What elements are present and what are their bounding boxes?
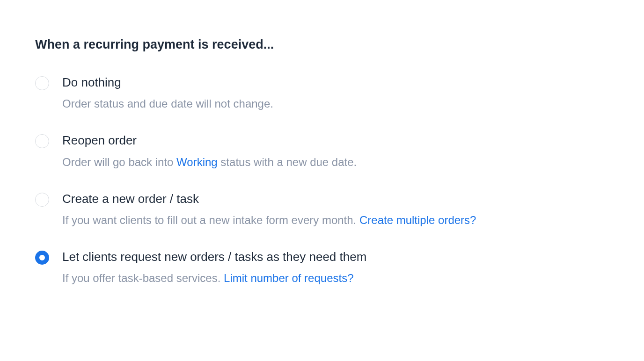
radio-icon[interactable]: [35, 193, 49, 207]
desc-text: status with a new due date.: [218, 156, 357, 168]
option-title: Let clients request new orders / tasks a…: [62, 250, 366, 264]
option-description: If you offer task-based services. Limit …: [62, 271, 366, 285]
radio-option-group: Do nothing Order status and due date wil…: [35, 75, 609, 286]
inline-link[interactable]: Working: [176, 156, 218, 168]
option-content: Do nothing Order status and due date wil…: [62, 75, 273, 111]
option-content: Let clients request new orders / tasks a…: [62, 250, 366, 285]
option-title: Reopen order: [62, 133, 357, 148]
option-content: Reopen order Order will go back into Wor…: [62, 133, 357, 169]
option-client-request-orders[interactable]: Let clients request new orders / tasks a…: [35, 250, 609, 285]
desc-text: Order status and due date will not chang…: [62, 97, 273, 110]
option-title: Create a new order / task: [62, 192, 476, 206]
option-description: Order status and due date will not chang…: [62, 96, 273, 111]
section-heading: When a recurring payment is received...: [35, 37, 609, 52]
trailing-link[interactable]: Limit number of requests?: [224, 272, 353, 284]
radio-icon[interactable]: [35, 76, 49, 90]
radio-icon[interactable]: [35, 134, 49, 148]
option-description: If you want clients to fill out a new in…: [62, 213, 476, 227]
trailing-link[interactable]: Create multiple orders?: [359, 214, 476, 226]
radio-icon[interactable]: [35, 251, 49, 265]
option-do-nothing[interactable]: Do nothing Order status and due date wil…: [35, 75, 609, 111]
desc-text: If you offer task-based services.: [62, 272, 224, 284]
desc-text: Order will go back into: [62, 156, 176, 168]
option-title: Do nothing: [62, 75, 273, 90]
option-content: Create a new order / task If you want cl…: [62, 192, 476, 227]
option-reopen-order[interactable]: Reopen order Order will go back into Wor…: [35, 133, 609, 169]
option-description: Order will go back into Working status w…: [62, 155, 357, 169]
option-create-new-order[interactable]: Create a new order / task If you want cl…: [35, 192, 609, 227]
desc-text: If you want clients to fill out a new in…: [62, 214, 359, 226]
